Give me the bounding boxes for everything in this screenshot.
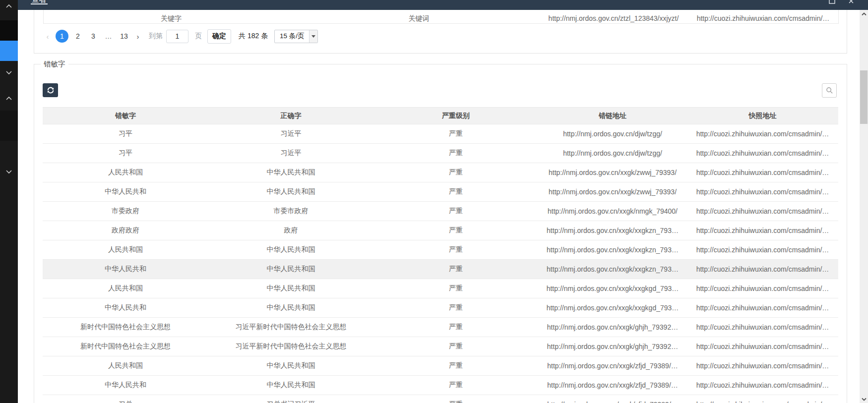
table-cell: 严重 xyxy=(373,318,538,337)
table-cell: 严重 xyxy=(373,356,538,376)
goto-page-input[interactable] xyxy=(166,30,188,43)
table-cell: 习平 xyxy=(43,124,208,144)
table-cell: http://nmj.ordos.gov.cn/xxgk/xxgkzn_793… xyxy=(538,221,687,240)
page-unit-label: 页 xyxy=(195,32,202,41)
table-cell: 严重 xyxy=(373,337,538,356)
table-cell: http://cuozi.zhihuiwuxian.com/cmsadmin/… xyxy=(687,182,838,202)
table-cell: http://cuozi.zhihuiwuxian.com/cmsadmin/… xyxy=(687,376,838,395)
table-cell: http://cuozi.zhihuiwuxian.com/cmsadmin/… xyxy=(687,318,838,337)
prev-table-cell: http://cuozi.zhihuiwuxian.com/cmsadmin/… xyxy=(688,10,838,24)
table-cell: 中华人民共和国 xyxy=(208,260,373,279)
pagination-page-1[interactable]: 1 xyxy=(56,30,68,43)
search-button[interactable] xyxy=(822,83,837,98)
table-row[interactable]: 中华人民共和中华人民共和国严重http://nmj.ordos.gov.cn/x… xyxy=(43,298,838,318)
table-cell: 严重 xyxy=(373,240,538,260)
table-cell: 政府 xyxy=(208,221,373,240)
table-cell: 人民共和国 xyxy=(43,356,208,376)
table-row[interactable]: 习平习近平严重http://nmj.ordos.gov.cn/djw/tzgg/… xyxy=(43,144,838,163)
table-row[interactable]: 习总习总书记习近平严重http://nmj.ordos.gov.cn/xxgk/… xyxy=(43,395,838,403)
table-cell: 严重 xyxy=(373,163,538,182)
refresh-button[interactable] xyxy=(43,83,58,97)
sidebar-item[interactable] xyxy=(0,111,18,141)
prev-table-cell: http://nmj.ordos.gov.cn/ztzl_123843/xxjy… xyxy=(539,10,688,24)
table-cell: 中华人民共和 xyxy=(43,298,208,318)
table-cell: 市委政府 xyxy=(43,202,208,221)
table-cell: 习近平 xyxy=(208,144,373,163)
confirm-button[interactable]: 确定 xyxy=(207,29,231,44)
table-cell: 严重 xyxy=(373,221,538,240)
table-cell: http://cuozi.zhihuiwuxian.com/cmsadmin/… xyxy=(687,279,838,298)
pagination-prev-icon[interactable]: ‹ xyxy=(43,32,52,41)
table-cell: http://nmj.ordos.gov.cn/djw/tzgg/ xyxy=(538,124,687,144)
table-row[interactable]: 人民共和国中华人民共和国严重http://nmj.ordos.gov.cn/xx… xyxy=(43,279,838,298)
sidebar-expand-down-icon[interactable] xyxy=(0,70,18,75)
table-row[interactable]: 中华人民共和中华人民共和国严重http://nmj.ordos.gov.cn/x… xyxy=(43,182,838,202)
table-cell: http://cuozi.zhihuiwuxian.com/cmsadmin/… xyxy=(687,356,838,376)
table-header-row: 错敏字正确字严重级别错链地址快照地址 xyxy=(43,108,838,124)
table-row[interactable]: 人民共和国中华人民共和国严重http://nmj.ordos.gov.cn/xx… xyxy=(43,240,838,260)
table-cell: http://nmj.ordos.gov.cn/xxgk/ghjh_79392… xyxy=(538,318,687,337)
table-row[interactable]: 市委政府市委市政府严重http://nmj.ordos.gov.cn/xxgk/… xyxy=(43,202,838,221)
table-cell: 习近平新时代中国特色社会主义思想 xyxy=(208,337,373,356)
table-cell: 中华人民共和国 xyxy=(208,163,373,182)
vertical-scrollbar[interactable] xyxy=(860,10,868,403)
app-window: 查看 关键字关键词http://nmj.ordos.gov.cn/ztzl_12… xyxy=(0,0,868,403)
column-header: 严重级别 xyxy=(373,108,538,124)
table-row[interactable]: 关键字关键词http://nmj.ordos.gov.cn/ztzl_12384… xyxy=(43,10,839,24)
panel-legend: 错敏字 xyxy=(41,59,68,69)
goto-page-label: 到第 xyxy=(149,32,163,41)
table-row[interactable]: 新时代中国特色社会主义思想习近平新时代中国特色社会主义思想严重http://nm… xyxy=(43,318,838,337)
table-cell: http://nmj.ordos.gov.cn/xxgk/zfjd_79389/… xyxy=(538,356,687,376)
table-row[interactable]: 政府政府政府严重http://nmj.ordos.gov.cn/xxgk/xxg… xyxy=(43,221,838,240)
table-cell: 习平 xyxy=(43,144,208,163)
sidebar-item[interactable] xyxy=(0,20,18,41)
page-size-value: 15 条/页 xyxy=(275,32,309,41)
table-row[interactable]: 人民共和国中华人民共和国严重http://nmj.ordos.gov.cn/xx… xyxy=(43,356,838,376)
table-cell: 严重 xyxy=(373,144,538,163)
table-cell: 新时代中国特色社会主义思想 xyxy=(43,318,208,337)
table-cell: 中华人民共和 xyxy=(43,182,208,202)
table-cell: http://nmj.ordos.gov.cn/xxgk/xxgkgd_793… xyxy=(538,279,687,298)
table-row[interactable]: 习平习近平严重http://nmj.ordos.gov.cn/djw/tzgg/… xyxy=(43,124,838,144)
table-cell: 习总书记习近平 xyxy=(208,395,373,403)
table-cell: http://cuozi.zhihuiwuxian.com/cmsadmin/… xyxy=(687,240,838,260)
table-cell: 严重 xyxy=(373,202,538,221)
search-icon xyxy=(826,87,833,94)
sidebar xyxy=(0,0,18,403)
table-cell: 严重 xyxy=(373,279,538,298)
table-cell: 中华人民共和国 xyxy=(208,298,373,318)
table-row[interactable]: 新时代中国特色社会主义思想习近平新时代中国特色社会主义思想严重http://nm… xyxy=(43,337,838,356)
page-size-select[interactable]: 15 条/页 xyxy=(274,30,318,43)
pagination-page-13[interactable]: 13 xyxy=(118,30,130,43)
table-row[interactable]: 中华人民共和中华人民共和国严重http://nmj.ordos.gov.cn/x… xyxy=(43,260,838,279)
table-cell: http://cuozi.zhihuiwuxian.com/cmsadmin/… xyxy=(687,202,838,221)
pagination: ‹ 123…13 › 到第 页 确定 共 182 条 15 条/页 xyxy=(43,29,318,44)
scrollbar-thumb[interactable] xyxy=(860,70,868,124)
window-close-icon[interactable] xyxy=(848,0,854,4)
column-header: 正确字 xyxy=(208,108,373,124)
column-header: 错敏字 xyxy=(43,108,208,124)
cuominzi-panel: 错敏字 错敏字正确字严重级别错链地址快 xyxy=(34,59,847,403)
scroll-down-icon[interactable] xyxy=(860,395,868,403)
sidebar-expand-down-icon-2[interactable] xyxy=(0,169,18,174)
pagination-page-3[interactable]: 3 xyxy=(87,30,99,43)
table-cell: http://cuozi.zhihuiwuxian.com/cmsadmin/… xyxy=(687,144,838,163)
table-cell: http://cuozi.zhihuiwuxian.com/cmsadmin/… xyxy=(687,163,838,182)
scroll-up-icon[interactable] xyxy=(860,10,868,18)
table-row[interactable]: 中华人民共和中华人民共和国严重http://nmj.ordos.gov.cn/x… xyxy=(43,376,838,395)
table-cell: 严重 xyxy=(373,260,538,279)
pagination-next-icon[interactable]: › xyxy=(133,32,142,41)
sidebar-item-active[interactable] xyxy=(0,41,18,61)
pagination-page-2[interactable]: 2 xyxy=(72,30,84,43)
sidebar-collapse-up-icon-2[interactable] xyxy=(0,96,18,101)
table-cell: http://cuozi.zhihuiwuxian.com/cmsadmin/… xyxy=(687,298,838,318)
table-cell: 市委市政府 xyxy=(208,202,373,221)
table-cell: 习近平 xyxy=(208,124,373,144)
table-cell: 严重 xyxy=(373,376,538,395)
table-cell: http://nmj.ordos.gov.cn/xxgk/xxgkzn_793… xyxy=(538,260,687,279)
table-cell: 人民共和国 xyxy=(43,279,208,298)
table-cell: 严重 xyxy=(373,124,538,144)
sidebar-collapse-up-icon[interactable] xyxy=(0,4,18,9)
table-row[interactable]: 人民共和国中华人民共和国严重http://nmj.ordos.gov.cn/xx… xyxy=(43,163,838,182)
window-restore-icon[interactable] xyxy=(829,0,835,4)
